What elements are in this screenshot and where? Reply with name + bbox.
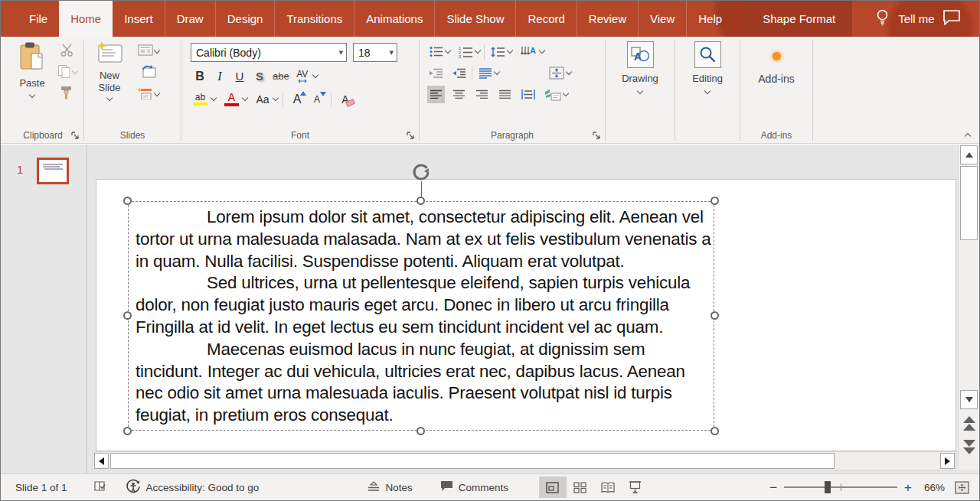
slide-thumbnail[interactable] bbox=[37, 158, 69, 184]
tab-transitions[interactable]: Transitions bbox=[274, 1, 354, 37]
change-case-button[interactable]: Aa bbox=[253, 90, 272, 108]
character-spacing-button[interactable]: AV bbox=[293, 67, 312, 85]
strikethrough-button[interactable]: abe bbox=[270, 67, 292, 85]
section-chevron[interactable] bbox=[154, 90, 160, 96]
editing-button[interactable]: Editing bbox=[692, 38, 723, 93]
zoom-slider[interactable] bbox=[784, 486, 897, 488]
smartart-chevron[interactable] bbox=[563, 90, 569, 96]
reading-view-button[interactable] bbox=[594, 477, 622, 498]
numbering-button[interactable]: 1 2 3 bbox=[457, 43, 475, 60]
numbering-chevron[interactable] bbox=[475, 47, 481, 54]
slide-counter[interactable]: Slide 1 of 1 bbox=[15, 482, 67, 493]
horizontal-scrollbar[interactable] bbox=[93, 451, 956, 470]
section-icon[interactable] bbox=[138, 87, 153, 102]
copy-dropdown-chevron[interactable] bbox=[72, 68, 78, 74]
align-text-button[interactable] bbox=[547, 64, 566, 82]
copy-button[interactable] bbox=[57, 64, 71, 80]
highlight-color-chevron[interactable] bbox=[211, 95, 217, 101]
collapse-ribbon-chevron[interactable] bbox=[965, 133, 971, 139]
editing-chevron[interactable] bbox=[704, 88, 710, 94]
tab-slide-show[interactable]: Slide Show bbox=[434, 1, 515, 37]
bold-button[interactable]: B bbox=[191, 67, 209, 85]
tab-help[interactable]: Help bbox=[686, 1, 733, 37]
tell-me[interactable]: Tell me bbox=[875, 1, 935, 37]
clear-formatting-button[interactable]: A bbox=[336, 90, 354, 108]
font-color-button[interactable]: A bbox=[222, 90, 241, 108]
decrease-font-size-button[interactable]: A bbox=[308, 90, 326, 108]
underline-button[interactable]: U bbox=[230, 67, 249, 85]
tab-design[interactable]: Design bbox=[215, 1, 275, 37]
scroll-up-button[interactable] bbox=[960, 145, 978, 164]
bullets-button[interactable] bbox=[427, 43, 445, 60]
font-color-chevron[interactable] bbox=[242, 95, 248, 101]
format-painter-button[interactable] bbox=[60, 86, 75, 102]
italic-button[interactable]: I bbox=[211, 67, 229, 85]
drawing-chevron[interactable] bbox=[637, 88, 643, 94]
font-name-combo[interactable]: Calibri (Body) bbox=[191, 43, 347, 62]
fit-window-button[interactable] bbox=[955, 481, 969, 494]
comments-button[interactable]: Comments bbox=[440, 480, 508, 494]
tab-review[interactable]: Review bbox=[577, 1, 638, 37]
distribute-button[interactable] bbox=[519, 86, 537, 103]
highlight-color-button[interactable]: ab bbox=[191, 90, 210, 108]
slide[interactable]: Lorem ipsum dolor sit amet, consectetur … bbox=[96, 179, 956, 451]
columns-chevron[interactable] bbox=[494, 69, 500, 75]
text-shadow-button[interactable]: S bbox=[250, 67, 269, 85]
text-direction-button[interactable]: A bbox=[519, 43, 539, 60]
slideshow-view-button[interactable] bbox=[622, 477, 649, 498]
decrease-indent-button[interactable] bbox=[427, 64, 445, 82]
tab-shape-format[interactable]: Shape Format bbox=[746, 1, 852, 37]
slide-sorter-view-button[interactable] bbox=[567, 477, 594, 498]
character-spacing-chevron[interactable] bbox=[312, 72, 318, 78]
handle-middle-right[interactable] bbox=[710, 311, 719, 320]
text-box-content[interactable]: Lorem ipsum dolor sit amet, consectetur … bbox=[129, 202, 714, 427]
vertical-scrollbar-thumb[interactable] bbox=[960, 166, 978, 240]
font-dialog-launcher[interactable] bbox=[406, 131, 415, 140]
tab-file[interactable]: File bbox=[18, 1, 59, 37]
line-spacing-chevron[interactable] bbox=[507, 47, 513, 54]
accessibility-status[interactable]: Accessibility: Good to go bbox=[126, 479, 260, 496]
handle-bottom-right[interactable] bbox=[710, 427, 719, 435]
layout-chevron[interactable] bbox=[154, 47, 160, 53]
scroll-left-button[interactable] bbox=[94, 453, 109, 469]
tab-insert[interactable]: Insert bbox=[113, 1, 165, 37]
notes-button[interactable]: Notes bbox=[368, 481, 412, 494]
layout-icon[interactable] bbox=[138, 44, 153, 58]
horizontal-scrollbar-thumb[interactable] bbox=[110, 453, 835, 469]
change-case-chevron[interactable] bbox=[273, 95, 279, 101]
bullets-chevron[interactable] bbox=[445, 47, 451, 54]
align-center-button[interactable] bbox=[450, 86, 468, 103]
paragraph-dialog-launcher[interactable] bbox=[592, 131, 601, 140]
handle-top-center[interactable] bbox=[416, 197, 425, 205]
handle-top-left[interactable] bbox=[123, 197, 132, 205]
zoom-slider-thumb[interactable] bbox=[825, 481, 831, 493]
paste-button[interactable]: Paste bbox=[8, 38, 53, 97]
scroll-down-button[interactable] bbox=[960, 390, 978, 409]
reset-button[interactable] bbox=[141, 65, 156, 80]
justify-button[interactable] bbox=[496, 86, 514, 103]
convert-to-smartart-button[interactable] bbox=[543, 86, 563, 103]
tab-draw[interactable]: Draw bbox=[165, 1, 215, 37]
columns-button[interactable] bbox=[476, 64, 494, 82]
new-slide-chevron[interactable] bbox=[106, 95, 113, 101]
tab-view[interactable]: View bbox=[638, 1, 686, 37]
next-slide-button[interactable] bbox=[959, 438, 979, 454]
align-text-chevron[interactable] bbox=[566, 69, 572, 75]
zoom-level[interactable]: 66% bbox=[919, 482, 945, 493]
increase-font-size-button[interactable]: A bbox=[288, 90, 306, 108]
tab-home[interactable]: Home bbox=[59, 1, 113, 37]
line-spacing-button[interactable] bbox=[488, 43, 507, 60]
scroll-right-button[interactable] bbox=[940, 453, 955, 469]
align-left-button[interactable] bbox=[427, 86, 445, 103]
tab-record[interactable]: Record bbox=[515, 1, 576, 37]
comments-button-titlebar[interactable] bbox=[942, 1, 961, 37]
drawing-button[interactable]: A Drawing bbox=[622, 38, 658, 93]
increase-indent-button[interactable] bbox=[450, 64, 468, 82]
rotate-handle-icon[interactable] bbox=[410, 161, 432, 186]
handle-top-right[interactable] bbox=[710, 197, 719, 205]
zoom-out-button[interactable]: − bbox=[769, 481, 777, 494]
handle-bottom-left[interactable] bbox=[123, 427, 132, 435]
cut-button[interactable] bbox=[60, 43, 75, 59]
handle-middle-left[interactable] bbox=[123, 311, 132, 320]
new-slide-button[interactable]: New Slide bbox=[86, 38, 133, 100]
